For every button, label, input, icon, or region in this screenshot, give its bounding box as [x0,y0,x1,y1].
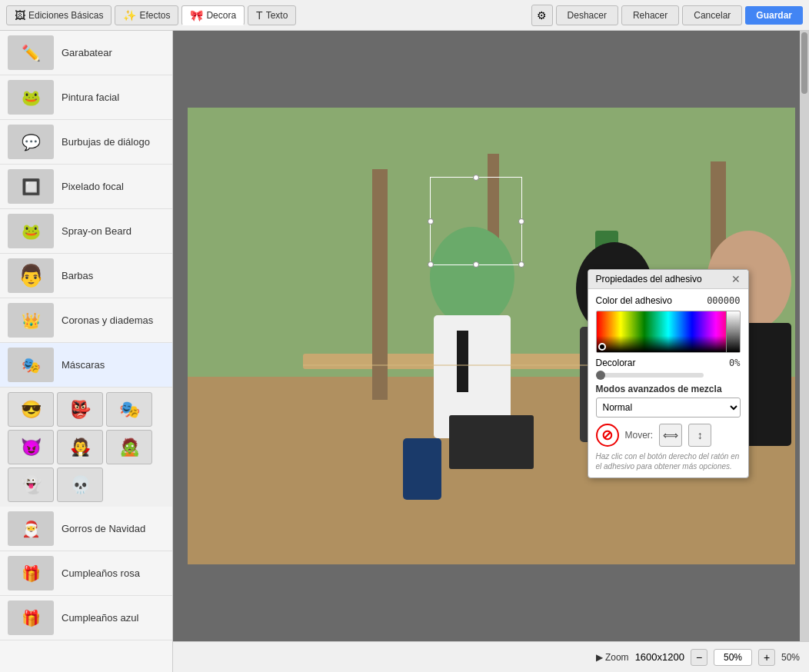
efectos-icon: ✨ [123,9,136,22]
color-row: Color del adhesivo 000000 [596,295,741,306]
color-picker[interactable] [596,311,741,353]
undo-button[interactable]: Deshacer [556,5,618,25]
mask-item-4[interactable]: 😈 [8,430,54,464]
mask-item-8[interactable]: 💀 [57,467,103,502]
properties-panel: Propiedades del adhesivo ✕ Color del adh… [588,269,749,478]
tab-decora-label: Decora [206,10,236,21]
color-indicator [598,343,606,351]
decolor-value: 0% [729,358,740,368]
burbujas-label: Burbujas de diálogo [62,136,150,148]
burbujas-thumb: 💬 [8,125,54,159]
color-label: Color del adhesivo [596,295,672,306]
props-header: Propiedades del adhesivo ✕ [588,270,748,289]
mask-grid: 😎 👺 🎭 😈 🧛 🧟 👻 💀 [0,388,172,507]
tab-texto-label: Texto [266,10,288,21]
decolor-row: Decolorar 0% [596,358,741,368]
mascaras-label: Máscaras [62,359,105,371]
decora-icon: 🎀 [190,9,203,22]
cumple-rosa-label: Cumpleaños rosa [62,567,140,579]
sidebar-item-cumple-azul[interactable]: 🎁 Cumpleaños azul [0,596,172,640]
cumple-azul-label: Cumpleaños azul [62,612,138,624]
color-value: 000000 [707,295,740,306]
pintura-thumb: 🐸 [8,80,54,115]
pixelado-label: Pixelado focal [62,181,124,192]
main-area: ✏️ Garabatear 🐸 Pintura facial 💬 Burbuja… [0,31,809,672]
sidebar-item-cumple-rosa[interactable]: 🎁 Cumpleaños rosa [0,551,172,596]
pintura-label: Pintura facial [62,91,119,103]
color-overlay [597,311,740,352]
props-title: Propiedades del adhesivo [596,274,702,284]
mask-item-7[interactable]: 👻 [8,467,54,502]
redo-button[interactable]: Rehacer [621,5,679,25]
decolor-slider-row [596,373,741,378]
photo-area[interactable]: Propiedades del adhesivo ✕ Color del adh… [173,31,809,641]
photo[interactable]: Propiedades del adhesivo ✕ Color del adh… [188,108,795,564]
gorros-thumb: 🎅 [8,511,54,546]
tab-texto[interactable]: T Texto [248,5,296,25]
move-v-icon: ↕ [697,429,703,441]
cancel-button[interactable]: Cancelar [682,5,742,25]
tab-ediciones[interactable]: 🖼 Ediciones Básicas [6,5,112,25]
mask-item-5[interactable]: 🧛 [57,430,103,464]
mask-item-6[interactable]: 🧟 [106,430,152,464]
sidebar-item-pixelado[interactable]: 🔲 Pixelado focal [0,165,172,209]
move-vertical-button[interactable]: ↕ [688,424,711,447]
save-button[interactable]: Guardar [745,6,803,25]
zoom-out-button[interactable]: − [691,649,707,666]
svg-rect-17 [403,438,441,500]
decolor-label: Decolorar [596,358,636,368]
settings-button[interactable]: ⚙ [531,5,553,26]
zoom-pct-label: 50% [781,652,800,663]
barbas-thumb: 👨 [8,258,54,293]
zoom-triangle-icon: ▶ [596,652,603,663]
scroll-thumb[interactable] [801,32,807,94]
scrollbar-right[interactable] [800,31,809,641]
delete-button[interactable]: ⊘ [596,424,619,447]
sidebar-item-coronas[interactable]: 👑 Coronas y diademas [0,298,172,343]
tab-decora[interactable]: 🎀 Decora [181,5,245,25]
bottom-bar: ▶ Zoom 1600x1200 − + 50% [173,641,809,672]
svg-point-7 [430,227,514,327]
mask-item-1[interactable]: 😎 [8,392,54,427]
resolution-label: 1600x1200 [635,651,684,663]
tab-efectos[interactable]: ✨ Efectos [115,5,178,25]
svg-rect-15 [449,415,534,469]
action-buttons-row: ⊘ Mover: ⟺ ↕ [596,424,741,447]
decolor-slider[interactable] [596,373,704,378]
spray-label: Spray-on Beard [62,225,132,237]
pixelado-thumb: 🔲 [8,169,54,204]
mascaras-thumb: 🎭 [8,348,54,382]
zoom-in-button[interactable]: + [758,649,775,666]
ediciones-icon: 🖼 [15,9,25,22]
close-button[interactable]: ✕ [731,274,741,284]
gorros-label: Gorros de Navidad [62,523,145,534]
move-horizontal-button[interactable]: ⟺ [659,424,682,447]
move-label: Mover: [625,430,654,441]
tab-ediciones-label: Ediciones Básicas [28,10,103,21]
texto-icon: T [256,9,263,22]
coronas-label: Coronas y diademas [62,314,153,326]
sidebar-item-gorros[interactable]: 🎅 Gorros de Navidad [0,507,172,551]
color-black-bar [726,311,740,352]
svg-rect-9 [457,331,468,392]
zoom-label: ▶ Zoom [596,652,629,663]
blend-select[interactable]: Normal Multiplicar Pantalla Superponer O… [596,398,741,418]
sidebar-item-spray[interactable]: 🐸 Spray-on Beard [0,209,172,254]
mask-item-2[interactable]: 👺 [57,392,103,427]
sidebar-item-pintura[interactable]: 🐸 Pintura facial [0,75,172,120]
sidebar-item-mascaras[interactable]: 🎭 Máscaras [0,343,172,388]
mask-item-3[interactable]: 🎭 [106,392,152,427]
barbas-label: Barbas [62,270,93,281]
sidebar-item-burbujas[interactable]: 💬 Burbujas de diálogo [0,120,172,165]
cumple-rosa-thumb: 🎁 [8,556,54,590]
sidebar-item-garabatear[interactable]: ✏️ Garabatear [0,31,172,75]
sidebar-item-barbas[interactable]: 👨 Barbas [0,254,172,298]
blend-label: Modos avanzados de mezcla [596,384,741,394]
sidebar: ✏️ Garabatear 🐸 Pintura facial 💬 Burbuja… [0,31,173,672]
content-area: Propiedades del adhesivo ✕ Color del adh… [173,31,809,672]
zoom-input[interactable] [714,649,752,666]
cumple-azul-thumb: 🎁 [8,600,54,635]
delete-icon: ⊘ [601,427,613,444]
spray-thumb: 🐸 [8,214,54,248]
coronas-thumb: 👑 [8,303,54,338]
